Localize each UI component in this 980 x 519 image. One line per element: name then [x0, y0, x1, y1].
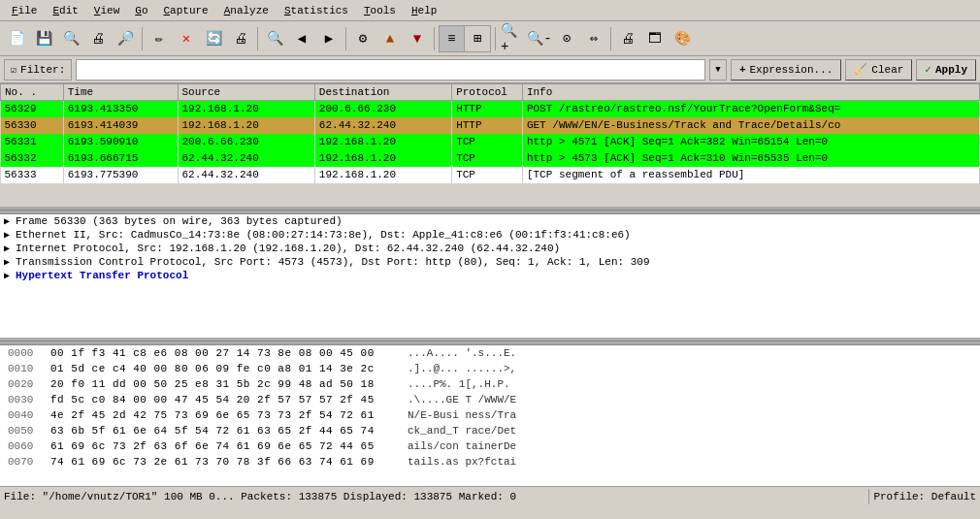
- cell-no: 56331: [1, 134, 64, 150]
- apply-button[interactable]: ✓ Apply: [916, 59, 976, 81]
- menu-edit[interactable]: Edit: [45, 3, 85, 18]
- filter-label-container: ☑ Filter:: [4, 59, 72, 81]
- detail-row[interactable]: ▶Transmission Control Protocol, Src Port…: [0, 255, 980, 269]
- cell-dst: 192.168.1.20: [314, 134, 451, 150]
- cell-info: GET /WWW/EN/E-Business/Track and Trace/D…: [522, 117, 979, 134]
- packet-list-container[interactable]: No. . Time Source Destination Protocol I…: [0, 83, 980, 210]
- hex-row: 00404e 2f 45 2d 42 75 73 69 6e 65 73 73 …: [0, 407, 980, 423]
- save-button[interactable]: 💾: [31, 26, 56, 51]
- filter-checkbox[interactable]: ☑: [11, 64, 16, 76]
- prefs-btn[interactable]: 🗔: [642, 26, 668, 51]
- hex-offset: 0040: [8, 409, 50, 421]
- hex-offset: 0060: [8, 440, 50, 452]
- menu-capture[interactable]: Capture: [155, 3, 215, 18]
- expander-icon[interactable]: ▶: [4, 229, 16, 241]
- hex-bytes: 00 1f f3 41 c8 e6 08 00 27 14 73 8e 08 0…: [50, 347, 400, 359]
- hex-offset: 0030: [8, 394, 50, 405]
- expander-icon[interactable]: ▶: [4, 270, 16, 281]
- hex-row: 005063 6b 5f 61 6e 64 5f 54 72 61 63 65 …: [0, 423, 980, 438]
- table-row[interactable]: 563306193.414039192.168.1.2062.44.32.240…: [1, 117, 980, 134]
- close-button[interactable]: 🔍: [58, 26, 83, 51]
- list-view-btn[interactable]: ≡: [440, 26, 465, 51]
- zoom-in-btn[interactable]: 🔍+: [500, 26, 525, 51]
- capture-options[interactable]: ⚙: [350, 26, 376, 51]
- print-button[interactable]: 🖨: [85, 26, 111, 51]
- menu-go[interactable]: Go: [127, 3, 155, 18]
- expander-icon[interactable]: ▶: [4, 215, 16, 227]
- back-button[interactable]: ◀: [289, 26, 314, 51]
- zoom-in-find[interactable]: 🔍: [262, 26, 287, 51]
- hex-offset: 0050: [8, 425, 50, 437]
- expander-icon[interactable]: ▶: [4, 243, 16, 254]
- start-capture[interactable]: ▲: [377, 26, 403, 51]
- expression-plus-icon: +: [739, 64, 746, 76]
- col-header-info[interactable]: Info: [522, 84, 979, 101]
- cell-info: POST /rastreo/rastreo.nsf/YourTrace?Open…: [522, 101, 979, 117]
- forward-button[interactable]: ▶: [316, 26, 342, 51]
- menu-analyze[interactable]: Analyze: [216, 3, 277, 18]
- table-row[interactable]: 563326193.66671562.44.32.240192.168.1.20…: [1, 150, 980, 167]
- toolbar: 📄 💾 🔍 🖨 🔎 ✏️ ✕ 🔄 🖨 🔍 ◀ ▶ ⚙ ▲ ▼ ≡ ⊞ 🔍+ 🔍-…: [0, 21, 980, 56]
- filter-dropdown[interactable]: ▼: [709, 59, 727, 81]
- apply-label: Apply: [935, 64, 967, 76]
- table-row[interactable]: 563296193.413350192.168.1.20200.6.66.230…: [1, 101, 980, 117]
- normal-size-btn[interactable]: ⊙: [554, 26, 579, 51]
- clear-button[interactable]: 🧹 Clear: [845, 59, 912, 81]
- hex-row: 007074 61 69 6c 73 2e 61 73 70 78 3f 66 …: [0, 454, 980, 470]
- filter-label-text: Filter:: [20, 64, 65, 76]
- table-row[interactable]: 563316193.590910200.6.66.230192.168.1.20…: [1, 134, 980, 150]
- detail-view-btn[interactable]: ⊞: [465, 26, 490, 51]
- expression-button[interactable]: + Expression...: [731, 59, 841, 81]
- detail-text: Internet Protocol, Src: 192.168.1.20 (19…: [16, 243, 560, 254]
- menubar: File Edit View Go Capture Analyze Statis…: [0, 0, 980, 21]
- filterbar: ☑ Filter: ▼ + Expression... 🧹 Clear ✓ Ap…: [0, 56, 980, 83]
- stop-capture[interactable]: ▼: [405, 26, 430, 51]
- zoom-out-btn[interactable]: 🔍-: [527, 26, 552, 51]
- cell-dst: 192.168.1.20: [314, 167, 451, 183]
- color-btn[interactable]: 🎨: [670, 26, 695, 51]
- print2-button[interactable]: 🖨: [228, 26, 253, 51]
- open-button[interactable]: 📄: [4, 26, 29, 51]
- col-header-time[interactable]: Time: [63, 84, 178, 101]
- menu-statistics[interactable]: Statistics: [277, 3, 356, 18]
- detail-row[interactable]: ▶Internet Protocol, Src: 192.168.1.20 (1…: [0, 242, 980, 255]
- col-header-dst[interactable]: Destination: [314, 84, 451, 101]
- find-button[interactable]: 🔎: [113, 26, 138, 51]
- broom-icon: 🧹: [854, 63, 867, 76]
- resize-columns-btn[interactable]: ⇔: [581, 26, 606, 51]
- detail-text: Ethernet II, Src: CadmusCo_14:73:8e (08:…: [16, 229, 631, 241]
- filter-input[interactable]: [76, 59, 705, 81]
- delete-button[interactable]: ✕: [174, 26, 199, 51]
- hex-ascii: ails/con tainerDe: [400, 440, 516, 452]
- menu-file[interactable]: File: [4, 3, 45, 18]
- col-header-proto[interactable]: Protocol: [452, 84, 523, 101]
- detail-row[interactable]: ▶Ethernet II, Src: CadmusCo_14:73:8e (08…: [0, 228, 980, 242]
- toolbar-sep-3: [345, 27, 346, 50]
- col-header-src[interactable]: Source: [178, 84, 314, 101]
- cell-src: 192.168.1.20: [178, 101, 314, 117]
- mark-btn[interactable]: 🖨: [615, 26, 640, 51]
- hex-bytes: 20 f0 11 dd 00 50 25 e8 31 5b 2c 99 48 a…: [50, 378, 400, 390]
- expander-icon[interactable]: ▶: [4, 256, 16, 268]
- toolbar-sep-1: [142, 27, 143, 50]
- hex-ascii: ck_and_T race/Det: [400, 425, 516, 437]
- detail-row[interactable]: ▶Frame 56330 (363 bytes on wire, 363 byt…: [0, 214, 980, 228]
- detail-row[interactable]: ▶Hypertext Transfer Protocol: [0, 269, 980, 282]
- hex-row: 0030fd 5c c0 84 00 00 47 45 54 20 2f 57 …: [0, 392, 980, 407]
- cell-proto: TCP: [452, 150, 523, 167]
- hex-ascii: ....P%. 1[,.H.P.: [400, 378, 510, 390]
- edit-button[interactable]: ✏️: [147, 26, 172, 51]
- hex-offset: 0020: [8, 378, 50, 390]
- table-row[interactable]: 563336193.77539062.44.32.240192.168.1.20…: [1, 167, 980, 183]
- col-header-no[interactable]: No. .: [1, 84, 64, 101]
- hex-ascii: tails.as px?fctai: [400, 456, 516, 468]
- hex-bytes: 63 6b 5f 61 6e 64 5f 54 72 61 63 65 2f 4…: [50, 425, 400, 437]
- cell-info: http > 4573 [ACK] Seq=1 Ack=310 Win=6553…: [522, 150, 979, 167]
- menu-help[interactable]: Help: [404, 3, 444, 18]
- packet-detail: ▶Frame 56330 (363 bytes on wire, 363 byt…: [0, 214, 980, 341]
- expression-label: Expression...: [750, 64, 833, 76]
- menu-view[interactable]: View: [86, 3, 127, 18]
- reload-button[interactable]: 🔄: [201, 26, 226, 51]
- hex-dump: 000000 1f f3 41 c8 e6 08 00 27 14 73 8e …: [0, 345, 980, 486]
- menu-tools[interactable]: Tools: [356, 3, 404, 18]
